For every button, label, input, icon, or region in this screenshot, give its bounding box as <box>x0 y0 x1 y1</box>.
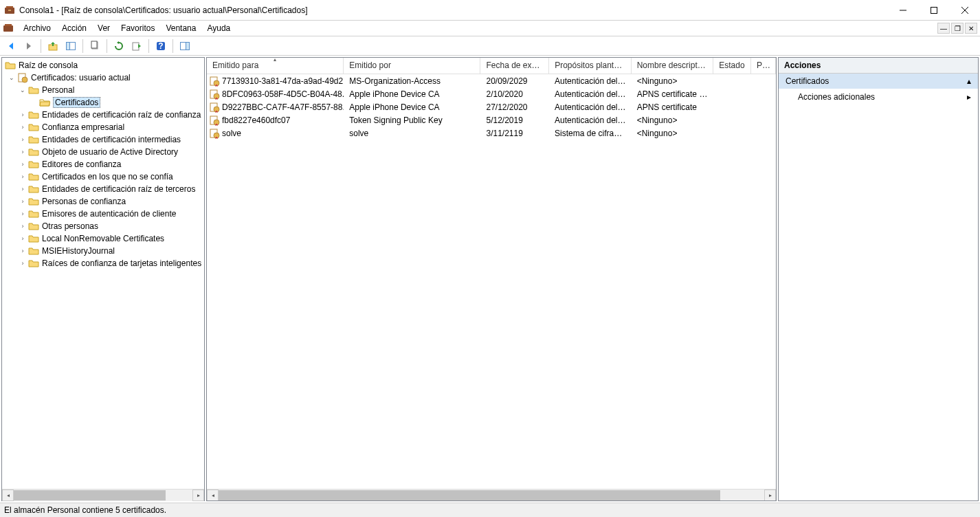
tree-root[interactable]: Raíz de consola <box>2 59 204 72</box>
scroll-right-icon[interactable]: ▸ <box>192 490 204 501</box>
show-hide-action-pane-button[interactable] <box>177 38 193 54</box>
cell-friendly: APNS certificate <box>632 102 714 113</box>
tree-view[interactable]: Raíz de consola ⌄ Certificados: usuario … <box>2 58 204 489</box>
cell-status <box>713 120 751 121</box>
expand-icon[interactable]: › <box>19 111 27 119</box>
expand-icon[interactable]: › <box>19 148 27 156</box>
tree-folder[interactable]: ›Emisores de autenticación de cliente <box>2 208 204 220</box>
actions-additional[interactable]: Acciones adicionales ▸ <box>779 89 978 105</box>
expand-icon[interactable]: › <box>19 222 27 230</box>
list-hscrollbar[interactable]: ◂ ▸ <box>207 489 776 500</box>
minimize-button[interactable] <box>887 0 918 20</box>
tree-folder[interactable]: ›Local NonRemovable Certificates <box>2 232 204 245</box>
expand-icon[interactable]: › <box>19 197 27 206</box>
col-purpose[interactable]: Propósitos plantea... <box>549 58 632 74</box>
tree-personal[interactable]: ⌄ Personal <box>2 84 204 96</box>
tree-hscrollbar[interactable]: ◂ ▸ <box>2 489 204 500</box>
cell-issued-by: MS-Organization-Access <box>344 76 480 87</box>
menu-archivo[interactable]: Archivo <box>18 22 56 34</box>
expand-icon[interactable]: › <box>19 173 27 181</box>
expand-icon[interactable]: › <box>19 247 27 255</box>
refresh-button[interactable] <box>111 38 127 54</box>
svg-rect-4 <box>931 7 937 13</box>
cell-purpose: Autenticación del s... <box>549 102 632 113</box>
tree-folder-label: Local NonRemovable Certificates <box>42 234 164 243</box>
certificate-row[interactable]: solvesolve3/11/2119Sistema de cifrado ..… <box>207 126 776 140</box>
tree-folder[interactable]: ›Personas de confianza <box>2 195 204 208</box>
menu-accion[interactable]: Acción <box>56 22 92 34</box>
folder-icon <box>28 122 39 133</box>
cut-button[interactable] <box>87 38 103 54</box>
col-friendly[interactable]: Nombre descriptivo <box>632 58 714 74</box>
status-bar: El almacén Personal contiene 5 certifica… <box>0 503 980 517</box>
toolbar: ? <box>0 36 980 56</box>
scroll-left-icon[interactable]: ◂ <box>2 490 14 501</box>
tree-folder[interactable]: ›Certificados en los que no se confía <box>2 170 204 183</box>
tree-folder[interactable]: ›Entidades de certificación raíz de terc… <box>2 183 204 195</box>
tree-folder-label: Raíces de confianza de tarjetas intelige… <box>42 258 201 268</box>
cell-purpose: Sistema de cifrado ... <box>549 128 632 139</box>
cell-issued-to: fbd8227e460dfc07 <box>222 116 290 125</box>
cell-template <box>751 107 776 108</box>
certificate-row[interactable]: 8DFC0963-058F-4D5C-B04A-48...Apple iPhon… <box>207 87 776 100</box>
close-button[interactable] <box>949 0 980 20</box>
cell-expiry: 2/10/2020 <box>480 89 549 100</box>
scroll-left-icon[interactable]: ◂ <box>207 490 219 501</box>
cell-status <box>713 80 751 82</box>
col-issued-by[interactable]: Emitido por <box>344 58 480 74</box>
actions-header: Acciones <box>779 58 978 74</box>
menu-ayuda[interactable]: Ayuda <box>201 22 236 34</box>
tree-folder[interactable]: ›Entidades de certificación raíz de conf… <box>2 109 204 121</box>
menu-ver[interactable]: Ver <box>92 22 115 34</box>
tree-folder[interactable]: ›Entidades de certificación intermedias <box>2 133 204 146</box>
tree-folder[interactable]: ›Objeto de usuario de Active Directory <box>2 146 204 158</box>
list-body[interactable]: 77139310-3a81-47da-a9ad-49d2...MS-Organi… <box>207 74 776 489</box>
expand-icon[interactable]: › <box>19 234 27 243</box>
collapse-icon[interactable]: ⌄ <box>19 86 27 94</box>
expand-icon[interactable]: › <box>19 160 27 168</box>
menu-ventana[interactable]: Ventana <box>160 22 201 34</box>
mdi-restore-button[interactable]: ❐ <box>951 23 964 34</box>
certificate-row[interactable]: fbd8227e460dfc07Token Signing Public Key… <box>207 113 776 126</box>
folder-icon <box>28 109 39 120</box>
expand-icon[interactable]: › <box>19 135 27 144</box>
expand-icon[interactable]: › <box>19 259 27 267</box>
show-hide-tree-button[interactable] <box>63 38 79 54</box>
col-status[interactable]: Estado <box>713 58 751 74</box>
tree-cert-store[interactable]: ⌄ Certificados: usuario actual <box>2 72 204 84</box>
help-button[interactable]: ? <box>153 38 169 54</box>
expand-icon[interactable]: › <box>19 185 27 193</box>
export-button[interactable] <box>129 38 145 54</box>
collapse-icon[interactable]: ⌄ <box>8 74 16 82</box>
forward-button[interactable] <box>21 38 37 54</box>
actions-group-certificados[interactable]: Certificados ▴ <box>779 74 978 89</box>
tree-folder-label: Certificados en los que no se confía <box>42 172 173 182</box>
back-button[interactable] <box>3 38 19 54</box>
expand-icon[interactable]: › <box>19 123 27 131</box>
tree-folder-label: MSIEHistoryJournal <box>42 246 115 256</box>
scroll-right-icon[interactable]: ▸ <box>764 490 776 501</box>
tree-folder[interactable]: ›Confianza empresarial <box>2 121 204 133</box>
tree-folder[interactable]: ›MSIEHistoryJournal <box>2 245 204 257</box>
folder-icon <box>28 171 39 182</box>
tree-folder-label: Emisores de autenticación de cliente <box>42 209 176 219</box>
svg-rect-14 <box>133 43 139 50</box>
tree-folder[interactable]: ›Raíces de confianza de tarjetas intelig… <box>2 257 204 270</box>
certificate-row[interactable]: D9227BBC-CA7F-4A7F-8557-88...Apple iPhon… <box>207 100 776 113</box>
certificate-row[interactable]: 77139310-3a81-47da-a9ad-49d2...MS-Organi… <box>207 74 776 87</box>
col-expiry[interactable]: Fecha de expir... <box>480 58 549 74</box>
maximize-button[interactable] <box>918 0 949 20</box>
col-template[interactable]: Plan <box>751 58 776 74</box>
folder-icon <box>28 184 39 195</box>
tree-certificados[interactable]: Certificados <box>2 96 204 109</box>
expand-icon[interactable]: › <box>19 210 27 218</box>
mdi-minimize-button[interactable]: — <box>937 23 950 34</box>
tree-folder[interactable]: ›Otras personas <box>2 220 204 232</box>
cell-issued-by: Token Signing Public Key <box>344 115 480 126</box>
menu-favoritos[interactable]: Favoritos <box>115 22 160 34</box>
col-issued-to[interactable]: Emitido para▴ <box>207 58 344 74</box>
mdi-close-button[interactable]: ✕ <box>965 23 977 34</box>
up-button[interactable] <box>45 38 61 54</box>
tree-folder[interactable]: ›Editores de confianza <box>2 158 204 170</box>
folder-icon <box>28 233 39 244</box>
